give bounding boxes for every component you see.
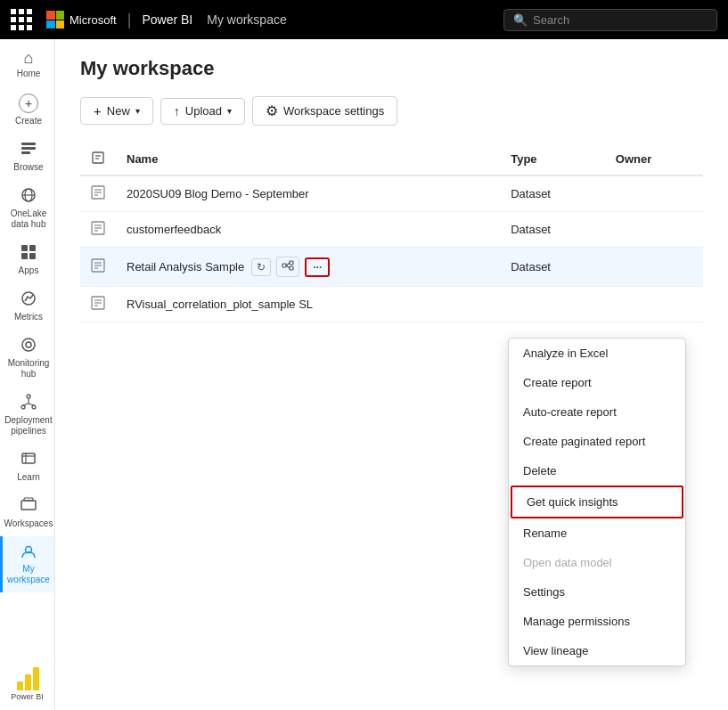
svg-point-11 (22, 339, 35, 351)
refresh-button[interactable]: ↻ (251, 258, 271, 276)
new-button[interactable]: + New ▾ (80, 97, 153, 125)
main-layout: ⌂ Home + Create Browse OneLakedata hub A… (0, 39, 728, 710)
monitoring-icon (20, 337, 37, 355)
col-name-header: Name (116, 143, 500, 175)
sidebar-label-onelake: OneLakedata hub (11, 208, 47, 230)
sidebar-label-learn: Learn (17, 472, 40, 483)
sidebar-item-apps[interactable]: Apps (0, 237, 54, 283)
search-input[interactable] (533, 13, 708, 27)
row-3-type: Dataset (511, 260, 551, 273)
svg-rect-22 (21, 501, 36, 510)
ms-logo-blue (46, 20, 55, 29)
page-title: My workspace (80, 57, 703, 80)
sidebar-item-powerbi[interactable]: Power BI (0, 657, 54, 710)
microsoft-label: Microsoft (70, 13, 117, 27)
context-menu-item-view-lineage[interactable]: View lineage (509, 636, 685, 665)
sidebar-label-workspaces: Workspaces (4, 518, 53, 529)
table-row: 2020SU09 Blog Demo - September Dataset (80, 175, 703, 212)
new-chevron-icon: ▾ (135, 106, 140, 116)
context-menu-item-open-data-model: Open data model (509, 548, 685, 577)
row-icon-cell (80, 212, 116, 248)
svg-rect-23 (24, 498, 33, 501)
svg-rect-42 (290, 266, 293, 270)
waffle-icon[interactable] (11, 9, 32, 30)
sidebar-label-monitoring: Monitoringhub (8, 358, 50, 379)
sidebar-item-home[interactable]: ⌂ Home (0, 43, 54, 86)
row-type-cell: Dataset (500, 248, 605, 287)
sidebar-label-apps: Apps (19, 265, 39, 276)
upload-button-label: Upload (185, 104, 222, 118)
lineage-button[interactable] (276, 257, 299, 277)
microsoft-logo: Microsoft (46, 11, 117, 29)
sidebar-item-metrics[interactable]: Metrics (0, 283, 54, 330)
svg-line-44 (286, 265, 290, 268)
sidebar-item-deployment[interactable]: Deploymentpipelines (0, 387, 54, 444)
row-owner-cell (605, 175, 703, 212)
row-2-name: customerfeedback (127, 223, 221, 236)
svg-point-13 (27, 395, 30, 398)
row-owner-cell (605, 287, 703, 322)
col-icon-header (80, 143, 116, 175)
new-plus-icon: + (94, 103, 102, 118)
my-workspace-icon (20, 543, 37, 561)
context-menu-item-create-paginated[interactable]: Create paginated report (509, 427, 685, 456)
sidebar-item-create[interactable]: + Create (0, 86, 54, 134)
create-icon: + (19, 94, 38, 113)
onelake-icon (20, 187, 37, 206)
upload-button[interactable]: ↑ Upload ▾ (160, 98, 245, 125)
svg-point-10 (22, 292, 35, 305)
table-row-active: Retail Analysis Sample ↻ ··· (80, 248, 703, 287)
sidebar-item-monitoring[interactable]: Monitoringhub (0, 330, 54, 387)
context-menu-item-rename[interactable]: Rename (509, 518, 685, 548)
topbar-divider: | (127, 11, 132, 29)
context-menu-item-analyze[interactable]: Analyze in Excel (509, 339, 685, 368)
gear-icon: ⚙ (266, 102, 278, 119)
context-menu-item-delete[interactable]: Delete (509, 456, 685, 486)
row-4-name: RVisual_correlation_plot_sample SL (127, 298, 313, 311)
row-1-type: Dataset (511, 187, 551, 200)
deployment-icon (20, 394, 37, 412)
ms-logo-green (56, 11, 65, 20)
row-icon-cell (80, 175, 116, 212)
sidebar-item-browse[interactable]: Browse (0, 134, 54, 180)
powerbi-icon (15, 665, 40, 690)
sidebar-label-browse: Browse (13, 162, 43, 173)
sidebar-item-learn[interactable]: Learn (0, 444, 54, 490)
row-name-cell: RVisual_correlation_plot_sample SL (116, 287, 500, 322)
sidebar-label-my-workspace: Myworkspace (7, 564, 50, 585)
col-owner-header: Owner (605, 143, 703, 175)
new-button-label: New (107, 104, 130, 118)
table-row: RVisual_correlation_plot_sample SL (80, 287, 703, 322)
learn-icon (20, 451, 37, 469)
search-box[interactable]: 🔍 (503, 9, 717, 31)
sidebar-label-metrics: Metrics (14, 312, 43, 322)
sidebar-label-deployment: Deploymentpipelines (4, 415, 52, 437)
workspaces-icon (20, 497, 37, 516)
row-type-cell (500, 287, 605, 322)
context-menu-item-auto-create[interactable]: Auto-create report (509, 397, 685, 427)
sidebar-bottom: Power BI (0, 657, 54, 710)
ellipsis-icon: ··· (313, 261, 322, 273)
sidebar-item-onelake[interactable]: OneLakedata hub (0, 180, 54, 237)
sidebar-item-workspaces[interactable]: Workspaces (0, 490, 54, 536)
context-menu-item-quick-insights[interactable]: Get quick insights (511, 486, 683, 518)
row-icon-cell (80, 248, 116, 287)
context-menu-item-settings[interactable]: Settings (509, 577, 685, 607)
table-row: customerfeedback Dataset (80, 212, 703, 248)
context-menu-item-manage-permissions[interactable]: Manage permissions (509, 607, 685, 636)
content-area: My workspace + New ▾ ↑ Upload ▾ ⚙ Worksp… (55, 39, 728, 710)
lineage-icon (282, 259, 294, 272)
toolbar: + New ▾ ↑ Upload ▾ ⚙ Workspace settings (80, 96, 703, 126)
svg-point-12 (26, 342, 31, 347)
context-menu-item-create-report[interactable]: Create report (509, 368, 685, 397)
svg-point-15 (32, 405, 36, 409)
workspace-settings-button[interactable]: ⚙ Workspace settings (252, 96, 397, 126)
more-options-button[interactable]: ··· (305, 257, 330, 277)
topbar: Microsoft | Power BI My workspace 🔍 (0, 0, 728, 39)
svg-rect-19 (22, 453, 35, 463)
upload-icon: ↑ (174, 104, 180, 118)
svg-rect-40 (282, 264, 286, 267)
refresh-icon: ↻ (257, 261, 266, 273)
sidebar-item-my-workspace[interactable]: Myworkspace (0, 536, 54, 592)
browse-icon (20, 141, 37, 159)
